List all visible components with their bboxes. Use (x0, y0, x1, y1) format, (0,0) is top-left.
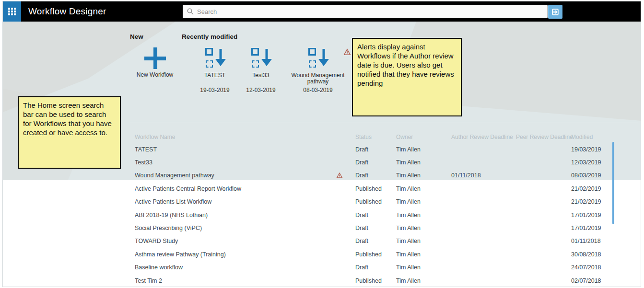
column-header-workflow-name[interactable]: Workflow Name (135, 134, 355, 140)
cell-modified: 12/03/2019 (571, 159, 641, 166)
page-title: Workflow Designer (28, 1, 106, 22)
recently-modified-heading: Recently modified (182, 33, 237, 40)
cell-modified: 02/07/2018 (571, 277, 641, 284)
table-row[interactable]: Baseline workflow Draft Tim Allen 24/07/… (135, 261, 641, 274)
cell-status: Draft (355, 159, 396, 166)
table-row[interactable]: Active Patients List Workflow Published … (135, 196, 641, 208)
cell-modified: 08/03/2019 (571, 172, 641, 179)
cell-workflow-name: Test Tim 2 (135, 277, 355, 284)
search-box (183, 5, 548, 18)
cell-owner: Tim Allen (396, 146, 451, 153)
recent-workflow-tile[interactable]: Test33 12-03-2019 (234, 47, 287, 93)
cell-status: Published (355, 251, 396, 258)
table-header-row: Workflow NameStatusOwnerAuthor Review De… (135, 131, 641, 143)
top-bar: Workflow Designer (3, 1, 641, 22)
workflow-name-text: Active Patients Central Report Workflow (135, 185, 241, 192)
workflow-tile-date: 08-03-2019 (287, 87, 349, 93)
cell-modified: 19/03/2019 (571, 146, 641, 153)
search-icon (187, 8, 194, 15)
table-row[interactable]: Active Patients Central Report Workflow … (135, 182, 641, 195)
new-workflow-tile[interactable]: New Workflow (129, 47, 181, 85)
workflow-name-text: Test33 (135, 159, 152, 166)
cell-modified: 17/01/2019 (571, 225, 641, 231)
cell-owner: Tim Allen (396, 251, 451, 258)
workflow-designer-window: Workflow Designer New New Workflow Recen… (2, 1, 641, 287)
cell-owner: Tim Allen (396, 264, 451, 271)
cell-status: Draft (355, 238, 396, 244)
cell-status: Draft (355, 264, 396, 271)
cell-status: Draft (355, 225, 396, 231)
cell-owner: Tim Allen (396, 198, 451, 205)
enter-arrow-icon (551, 8, 560, 16)
note-text: Alerts display against Workflows if the … (357, 43, 454, 87)
table-row[interactable]: TOWARD Study Draft Tim Allen 01/11/2018 (135, 235, 641, 248)
cell-workflow-name: Wound Management pathway (135, 172, 355, 179)
cell-workflow-name: ABI 2018-19 (NHS Lothian) (135, 212, 355, 219)
cell-owner: Tim Allen (396, 185, 451, 192)
cell-status: Draft (355, 146, 396, 153)
table-row[interactable]: TATEST Draft Tim Allen 19/03/2019 (135, 143, 641, 156)
cell-workflow-name: Test33 (135, 159, 355, 166)
cell-workflow-name: Asthma review Pathway (Training) (135, 251, 355, 258)
cell-workflow-name: Active Patients List Workflow (135, 198, 355, 205)
column-header-status[interactable]: Status (355, 134, 396, 140)
search-input[interactable] (197, 5, 542, 18)
table-row[interactable]: ABI 2018-19 (NHS Lothian) Draft Tim Alle… (135, 208, 641, 221)
workflow-name-text: Asthma review Pathway (Training) (135, 251, 226, 258)
workflow-name-text: TATEST (135, 146, 157, 153)
table-row[interactable]: Test Tim 2 Published Tim Allen 02/07/201… (135, 274, 641, 287)
cell-owner: Tim Allen (396, 277, 451, 284)
workflow-icon (307, 47, 329, 69)
workflow-name-text: Social Prescribing (ViPC) (135, 225, 202, 231)
workflow-tile-label: TATEST (188, 72, 241, 86)
cell-owner: Tim Allen (396, 225, 451, 231)
workflow-name-text: Test Tim 2 (135, 277, 162, 284)
cell-owner: Tim Allen (396, 159, 451, 166)
table-row[interactable]: Social Prescribing (ViPC) Draft Tim Alle… (135, 221, 641, 234)
annotation-note-alerts: Alerts display against Workflows if the … (352, 38, 462, 116)
cell-workflow-name: Baseline workflow (135, 264, 355, 271)
table-row[interactable]: Wound Management pathway Draft Tim Allen… (135, 169, 641, 182)
column-header-peer-review-deadline[interactable]: Peer Review Deadline (516, 134, 571, 140)
cell-modified: 01/11/2018 (571, 238, 641, 244)
table-row[interactable]: Test33 Draft Tim Allen 12/03/2019 (135, 156, 641, 169)
warning-triangle-icon (336, 173, 343, 179)
workflow-table: TATEST Draft Tim Allen 19/03/2019 Test33 (135, 143, 641, 287)
cell-status: Draft (355, 212, 396, 219)
new-section-heading: New (130, 33, 143, 40)
search-go-button[interactable] (548, 5, 562, 19)
cell-status: Published (355, 198, 396, 205)
cell-status: Draft (355, 172, 396, 179)
workflow-name-text: ABI 2018-19 (NHS Lothian) (135, 212, 208, 219)
workflow-icon (250, 47, 272, 69)
workflow-tile-date: 12-03-2019 (234, 87, 287, 93)
recent-workflow-tile[interactable]: TATEST 19-03-2019 (188, 47, 241, 93)
cell-author-review-deadline: 01/11/2018 (451, 172, 516, 179)
workflow-name-text: Wound Management pathway (135, 172, 214, 179)
cell-modified: 21/02/2019 (571, 185, 641, 192)
waffle-grid-icon (8, 8, 16, 15)
app-launcher-button[interactable] (3, 1, 21, 22)
cell-modified: 17/01/2019 (571, 212, 641, 219)
cell-modified: 30/08/2018 (571, 251, 641, 258)
cell-owner: Tim Allen (396, 238, 451, 244)
cell-owner: Tim Allen (396, 212, 451, 219)
workflow-name-text: Baseline workflow (135, 264, 183, 271)
cell-workflow-name: TATEST (135, 146, 355, 153)
warning-triangle-icon (343, 48, 351, 58)
cell-status: Published (355, 277, 396, 284)
workflow-name-text: TOWARD Study (135, 238, 178, 244)
column-header-owner[interactable]: Owner (396, 134, 451, 140)
annotation-note-search: The Home screen search bar can be used t… (18, 96, 121, 169)
background-shape (300, 22, 641, 129)
column-header-author-review-deadline[interactable]: Author Review Deadline (451, 134, 516, 140)
cell-workflow-name: Active Patients Central Report Workflow (135, 185, 355, 192)
cell-modified: 24/07/2018 (571, 264, 641, 271)
section-divider (130, 122, 638, 122)
table-row[interactable]: Asthma review Pathway (Training) Publish… (135, 248, 641, 261)
vertical-scrollbar-thumb[interactable] (612, 142, 614, 224)
column-header-modified[interactable]: Modified (571, 134, 641, 140)
workflow-tile-label: Wound Management pathway (287, 72, 349, 86)
recent-workflow-tile[interactable]: Wound Management pathway 08-03-2019 (287, 47, 349, 93)
cell-workflow-name: Social Prescribing (ViPC) (135, 225, 355, 231)
